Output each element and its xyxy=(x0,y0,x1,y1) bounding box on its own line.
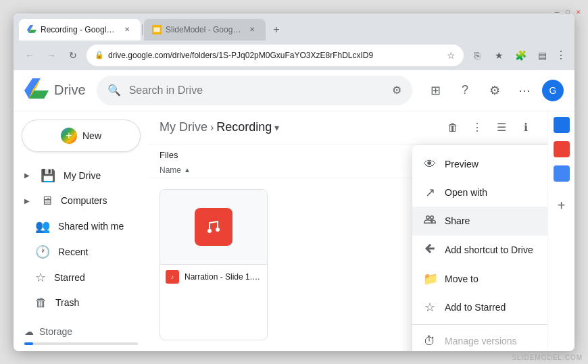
sidebar-item-shared[interactable]: 👥 Shared with me xyxy=(14,213,143,239)
tab-drive[interactable]: Recording - Google Drive ✕ xyxy=(19,19,141,41)
share-icon xyxy=(423,213,437,229)
new-button[interactable]: + New xyxy=(22,120,141,152)
file-small-icon-1: ♪ xyxy=(166,270,179,284)
drive-app: Drive 🔍 ⚙ ⊞ ? ⚙ ⋯ G + New xyxy=(14,70,574,351)
user-avatar[interactable]: G xyxy=(542,80,564,101)
file-info-1: ♪ Narration - Slide 1.mp3 xyxy=(160,264,267,289)
delete-button[interactable]: 🗑 xyxy=(442,117,464,138)
trash-icon: 🗑 xyxy=(35,296,47,310)
storage-icon: ☁ xyxy=(24,326,34,337)
svg-rect-2 xyxy=(203,216,224,238)
new-tab-button[interactable]: + xyxy=(268,22,285,38)
address-bar[interactable]: 🔒 drive.google.com/drive/folders/1S-PJq0… xyxy=(87,45,464,66)
forward-button[interactable]: → xyxy=(43,47,59,63)
sidebar-item-computers[interactable]: ▶ 🖥 Computers xyxy=(14,188,143,213)
right-panel-sheets-shortcut[interactable] xyxy=(554,141,570,157)
sidebar-item-recent-label: Recent xyxy=(58,246,88,257)
cast-icon[interactable]: ⎘ xyxy=(469,47,485,63)
google-apps-icon[interactable]: ⊞ xyxy=(423,78,447,103)
help-icon[interactable]: ? xyxy=(453,78,477,103)
drive-logo: Drive xyxy=(24,78,86,103)
context-menu-add-shortcut[interactable]: Add shortcut to Drive xyxy=(412,236,547,265)
new-button-label: New xyxy=(82,130,101,141)
computers-icon: 🖥 xyxy=(41,194,53,208)
recent-icon: 🕐 xyxy=(35,244,50,259)
search-filter-icon[interactable]: ⚙ xyxy=(392,84,401,97)
refresh-button[interactable]: ↻ xyxy=(65,47,81,63)
tab-drive-close[interactable]: ✕ xyxy=(122,24,132,35)
menu-button[interactable]: ⋮ xyxy=(556,49,566,61)
new-button-icon: + xyxy=(61,128,77,144)
sidebar-item-computers-label: Computers xyxy=(61,195,107,206)
breadcrumb: My Drive › Recording ▾ xyxy=(160,120,279,134)
sidebar-item-starred[interactable]: ☆ Starred xyxy=(14,265,143,290)
starred-icon: ☆ xyxy=(35,270,46,285)
tab-slides-title: SlideModel - Google Slides xyxy=(166,25,243,34)
context-menu-add-starred[interactable]: ☆ Add to Starred xyxy=(412,293,547,321)
maximize-button[interactable]: □ xyxy=(564,14,572,17)
context-menu-move-to[interactable]: 📁 Move to xyxy=(412,265,547,293)
my-drive-icon: 💾 xyxy=(41,168,55,183)
minimize-button[interactable]: ─ xyxy=(553,14,561,17)
more-options-button[interactable]: ⋮ xyxy=(466,117,488,138)
file-name-1: Narration - Slide 1.mp3 xyxy=(185,272,262,282)
sort-icon[interactable]: ▲ xyxy=(184,166,191,174)
waffle-icon[interactable]: ⋯ xyxy=(512,78,537,103)
tab-bar: Recording - Google Drive ✕ SlideModel - … xyxy=(14,14,574,41)
bookmark-icon[interactable]: ☆ xyxy=(447,50,456,61)
sidebar-icon[interactable]: ▤ xyxy=(534,47,550,63)
svg-point-4 xyxy=(216,228,220,232)
tab-slides[interactable]: SlideModel - Google Slides ✕ xyxy=(144,19,266,41)
address-text: drive.google.com/drive/folders/1S-PJq02p… xyxy=(108,51,443,60)
header-actions: ⊞ ? ⚙ ⋯ G xyxy=(423,78,564,103)
search-bar[interactable]: 🔍 ⚙ xyxy=(97,76,412,105)
context-menu-share-label: Share xyxy=(445,215,547,226)
drive-logo-icon xyxy=(24,78,49,103)
open-with-arrow: › xyxy=(547,187,547,198)
content-actions: 🗑 ⋮ ☰ ℹ xyxy=(442,117,537,138)
settings-icon[interactable]: ⚙ xyxy=(483,78,507,103)
right-panel-drive-shortcut[interactable] xyxy=(554,117,570,133)
puzzle-icon[interactable]: 🧩 xyxy=(512,47,529,63)
sidebar-item-starred-label: Starred xyxy=(54,272,85,283)
right-panel-meet-shortcut[interactable] xyxy=(554,165,570,182)
context-menu-manage-versions: ⏱ Manage versions xyxy=(412,328,547,351)
add-starred-icon: ☆ xyxy=(423,300,437,315)
address-bar-row: ← → ↻ 🔒 drive.google.com/drive/folders/1… xyxy=(14,41,574,70)
storage-label: Storage xyxy=(39,326,72,337)
list-view-button[interactable]: ☰ xyxy=(491,117,512,138)
context-menu-preview[interactable]: 👁 Preview xyxy=(412,151,547,178)
search-input[interactable] xyxy=(129,84,384,97)
context-menu-add-starred-label: Add to Starred xyxy=(445,302,547,313)
context-menu-open-with[interactable]: ↗ Open with › xyxy=(412,178,547,207)
drive-header: Drive 🔍 ⚙ ⊞ ? ⚙ ⋯ G xyxy=(14,70,574,111)
right-panel-add-button[interactable]: + xyxy=(551,195,572,217)
content-header: My Drive › Recording ▾ 🗑 ⋮ ☰ ℹ xyxy=(149,111,547,145)
context-menu-share[interactable]: Share xyxy=(412,207,547,236)
breadcrumb-dropdown-icon[interactable]: ▾ xyxy=(274,122,279,133)
file-card-1[interactable]: ♪ Narration - Slide 1.mp3 xyxy=(160,189,268,340)
search-icon: 🔍 xyxy=(107,84,121,97)
breadcrumb-parent[interactable]: My Drive xyxy=(160,120,207,134)
move-to-icon: 📁 xyxy=(423,271,437,286)
info-button[interactable]: ℹ xyxy=(515,117,537,138)
sidebar-item-trash[interactable]: 🗑 Trash xyxy=(14,290,143,315)
storage-bar-fill xyxy=(24,342,33,345)
tab-separator-1 xyxy=(142,24,143,35)
sidebar-item-my-drive-label: My Drive xyxy=(64,170,101,181)
right-panel: + xyxy=(547,111,574,351)
context-menu-divider-1 xyxy=(412,324,547,325)
breadcrumb-arrow: › xyxy=(210,122,214,134)
context-menu-manage-versions-label: Manage versions xyxy=(445,336,547,346)
sidebar-item-my-drive[interactable]: ▶ 💾 My Drive xyxy=(14,163,143,188)
lock-icon: 🔒 xyxy=(95,51,104,59)
sidebar-item-recent[interactable]: 🕐 Recent xyxy=(14,239,143,265)
file-thumbnail-1 xyxy=(160,190,267,264)
drive-logo-text: Drive xyxy=(54,82,86,98)
sidebar-item-shared-label: Shared with me xyxy=(58,221,124,232)
bookmark-toolbar-icon[interactable]: ★ xyxy=(491,47,507,63)
back-button[interactable]: ← xyxy=(22,47,38,63)
slidemodel-watermark: SLIDEMODEL.COM xyxy=(512,354,583,361)
manage-versions-icon: ⏱ xyxy=(423,334,437,348)
tab-slides-close[interactable]: ✕ xyxy=(247,24,258,35)
